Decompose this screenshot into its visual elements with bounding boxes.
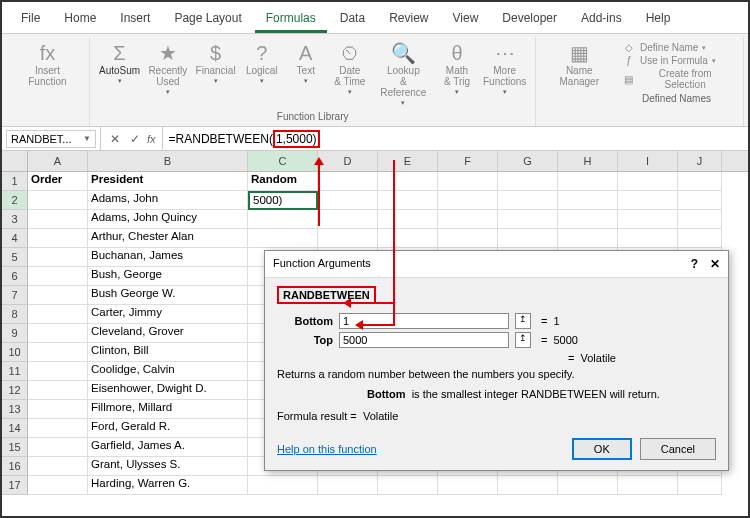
top-input[interactable]	[339, 332, 509, 348]
tab-help[interactable]: Help	[635, 6, 682, 33]
tab-page-layout[interactable]: Page Layout	[163, 6, 252, 33]
cell-H2[interactable]	[558, 191, 618, 210]
help-link[interactable]: Help on this function	[277, 443, 377, 455]
cell-B14[interactable]: Ford, Gerald R.	[88, 419, 248, 438]
cell-B6[interactable]: Bush, George	[88, 267, 248, 286]
column-header-J[interactable]: J	[678, 151, 722, 171]
cell-E17[interactable]	[378, 476, 438, 495]
cell-C4[interactable]	[248, 229, 318, 248]
row-header-2[interactable]: 2	[2, 191, 28, 210]
cell-A4[interactable]	[28, 229, 88, 248]
cell-A6[interactable]	[28, 267, 88, 286]
lookup-reference-button[interactable]: 🔍Lookup& Reference▾	[373, 39, 434, 109]
cell-H1[interactable]	[558, 172, 618, 191]
cell-F3[interactable]	[438, 210, 498, 229]
row-header-13[interactable]: 13	[2, 400, 28, 419]
cancel-formula-icon[interactable]: ✕	[107, 132, 123, 146]
tab-file[interactable]: File	[10, 6, 51, 33]
cell-B13[interactable]: Fillmore, Millard	[88, 400, 248, 419]
cell-A1[interactable]: Order	[28, 172, 88, 191]
date-time-button[interactable]: ⏲Date& Time▾	[329, 39, 371, 109]
column-header-B[interactable]: B	[88, 151, 248, 171]
cell-I17[interactable]	[618, 476, 678, 495]
define-name-button[interactable]: ◇Define Name▾	[620, 41, 733, 54]
cell-F17[interactable]	[438, 476, 498, 495]
row-header-1[interactable]: 1	[2, 172, 28, 191]
cell-B7[interactable]: Bush George W.	[88, 286, 248, 305]
cell-I1[interactable]	[618, 172, 678, 191]
column-header-H[interactable]: H	[558, 151, 618, 171]
cell-B9[interactable]: Cleveland, Grover	[88, 324, 248, 343]
column-header-E[interactable]: E	[378, 151, 438, 171]
cell-A8[interactable]	[28, 305, 88, 324]
cell-B16[interactable]: Grant, Ulysses S.	[88, 457, 248, 476]
cell-E3[interactable]	[378, 210, 438, 229]
row-header-14[interactable]: 14	[2, 419, 28, 438]
cell-B3[interactable]: Adams, John Quincy	[88, 210, 248, 229]
cell-A2[interactable]	[28, 191, 88, 210]
row-header-7[interactable]: 7	[2, 286, 28, 305]
use-in-formula-button[interactable]: ƒUse in Formula▾	[620, 54, 733, 67]
column-header-D[interactable]: D	[318, 151, 378, 171]
cell-B12[interactable]: Eisenhower, Dwight D.	[88, 381, 248, 400]
cell-J4[interactable]	[678, 229, 722, 248]
autosum-button[interactable]: Σ AutoSum ▾	[96, 39, 143, 109]
cell-H4[interactable]	[558, 229, 618, 248]
cell-C1[interactable]: Random	[248, 172, 318, 191]
fx-icon[interactable]: fx	[147, 133, 156, 145]
column-header-I[interactable]: I	[618, 151, 678, 171]
column-header-G[interactable]: G	[498, 151, 558, 171]
cell-B4[interactable]: Arthur, Chester Alan	[88, 229, 248, 248]
more-functions-button[interactable]: ⋯MoreFunctions▾	[480, 39, 529, 109]
logical-button[interactable]: ?Logical▾	[241, 39, 283, 109]
cell-B5[interactable]: Buchanan, James	[88, 248, 248, 267]
tab-insert[interactable]: Insert	[109, 6, 161, 33]
cell-E1[interactable]	[378, 172, 438, 191]
cell-E2[interactable]	[378, 191, 438, 210]
column-header-A[interactable]: A	[28, 151, 88, 171]
cell-D2[interactable]	[318, 191, 378, 210]
cell-A17[interactable]	[28, 476, 88, 495]
create-from-selection-button[interactable]: ▤Create from Selection	[620, 67, 733, 91]
column-header-F[interactable]: F	[438, 151, 498, 171]
cell-H17[interactable]	[558, 476, 618, 495]
cell-A10[interactable]	[28, 343, 88, 362]
bottom-input[interactable]	[339, 313, 509, 329]
row-header-4[interactable]: 4	[2, 229, 28, 248]
cell-B1[interactable]: President	[88, 172, 248, 191]
row-header-17[interactable]: 17	[2, 476, 28, 495]
tab-add-ins[interactable]: Add-ins	[570, 6, 633, 33]
text-button[interactable]: AText▾	[285, 39, 327, 109]
cell-F2[interactable]	[438, 191, 498, 210]
cell-B15[interactable]: Garfield, James A.	[88, 438, 248, 457]
cell-D4[interactable]	[318, 229, 378, 248]
column-header-C[interactable]: C	[248, 151, 318, 171]
cell-A5[interactable]	[28, 248, 88, 267]
cell-D1[interactable]	[318, 172, 378, 191]
cell-G1[interactable]	[498, 172, 558, 191]
cell-G17[interactable]	[498, 476, 558, 495]
ok-button[interactable]: OK	[572, 438, 632, 460]
tab-formulas[interactable]: Formulas	[255, 6, 327, 33]
cell-G4[interactable]	[498, 229, 558, 248]
row-header-10[interactable]: 10	[2, 343, 28, 362]
cell-D3[interactable]	[318, 210, 378, 229]
close-icon[interactable]: ✕	[710, 257, 720, 271]
cell-A7[interactable]	[28, 286, 88, 305]
cell-H3[interactable]	[558, 210, 618, 229]
cell-G3[interactable]	[498, 210, 558, 229]
recently-used-button[interactable]: ★RecentlyUsed▾	[145, 39, 190, 109]
help-icon[interactable]: ?	[691, 257, 698, 271]
tab-review[interactable]: Review	[378, 6, 439, 33]
row-header-9[interactable]: 9	[2, 324, 28, 343]
dialog-titlebar[interactable]: Function Arguments ? ✕	[265, 251, 728, 278]
select-all-corner[interactable]	[2, 151, 28, 171]
row-header-6[interactable]: 6	[2, 267, 28, 286]
tab-data[interactable]: Data	[329, 6, 376, 33]
row-header-15[interactable]: 15	[2, 438, 28, 457]
name-manager-button[interactable]: ▦ Name Manager	[542, 39, 616, 89]
cell-C2[interactable]: 5000)	[248, 191, 318, 210]
row-header-11[interactable]: 11	[2, 362, 28, 381]
cell-G2[interactable]	[498, 191, 558, 210]
cell-D17[interactable]	[318, 476, 378, 495]
